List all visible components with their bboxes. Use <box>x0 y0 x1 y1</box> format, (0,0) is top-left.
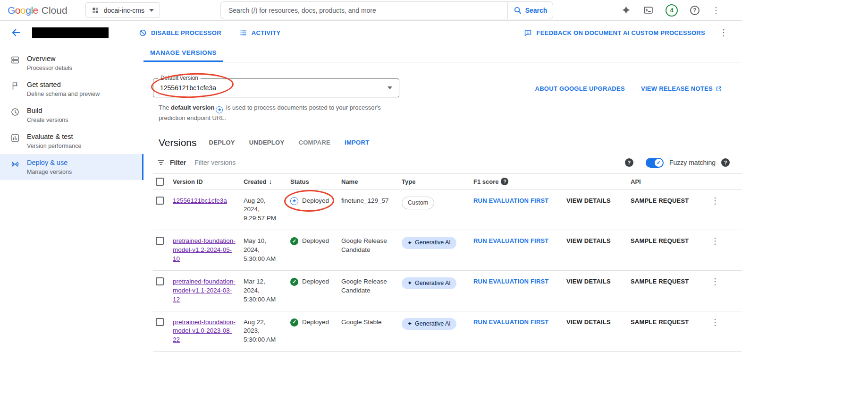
sidebar-item-subtitle: Define schema and preview <box>27 91 100 97</box>
sample-request-button[interactable]: SAMPLE REQUEST <box>631 197 689 204</box>
app-window: Google Cloud docai-inc-cms Search <box>0 0 742 413</box>
sidebar-item-title: Build <box>27 107 42 114</box>
free-trial-badge[interactable]: 4 <box>666 4 678 17</box>
sidebar-item-title: Overview <box>27 55 55 62</box>
sidebar-item-subtitle: Version performance <box>27 143 81 149</box>
run-evaluation-first-button[interactable]: RUN EVALUATION FIRST <box>473 237 549 244</box>
import-button[interactable]: IMPORT <box>345 139 369 146</box>
sidebar-item-subtitle: Create versions <box>27 117 68 123</box>
deployed-check-icon: ✓ <box>290 278 298 286</box>
default-version-help-text: The default version★ is used to process … <box>153 103 408 123</box>
filter-help-icon[interactable]: ? <box>625 158 633 167</box>
run-evaluation-first-button[interactable]: RUN EVALUATION FIRST <box>473 318 549 326</box>
column-header-created[interactable]: Created↓ <box>244 178 290 185</box>
default-version-value: 12556121bc1cfe3a <box>160 84 216 92</box>
search-button[interactable]: Search <box>507 1 553 19</box>
column-header-version-id: Version ID <box>173 178 244 185</box>
undeploy-button[interactable]: UNDEPLOY <box>249 139 285 146</box>
version-id-link[interactable]: 12556121bc1cfe3a <box>173 197 227 204</box>
content-area: MANAGE VERSIONS Default version 12556121… <box>143 44 742 413</box>
sidebar-item-overview[interactable]: OverviewProcessor details <box>0 50 143 76</box>
filter-versions-input[interactable] <box>194 159 625 166</box>
page-header-right: FEEDBACK ON DOCUMENT AI CUSTOM PROCESSOR… <box>524 28 728 37</box>
redacted-processor-name <box>32 27 109 38</box>
fuzzy-matching-toggle[interactable]: ✓ <box>646 158 664 168</box>
help-icon[interactable]: ? <box>690 6 699 15</box>
deployed-check-icon: ✓ <box>290 237 298 245</box>
fuzzy-matching-help-icon[interactable]: ? <box>721 158 730 167</box>
default-version-select[interactable]: Default version 12556121bc1cfe3a <box>153 78 399 97</box>
row-checkbox[interactable] <box>156 237 164 245</box>
sidebar-item-evaluate-test[interactable]: Evaluate & testVersion performance <box>0 128 143 154</box>
flag-icon <box>10 81 20 91</box>
view-details-button[interactable]: VIEW DETAILS <box>566 237 611 244</box>
search-input[interactable] <box>220 1 507 19</box>
row-more-icon[interactable]: ⋮ <box>711 277 719 286</box>
sample-request-button[interactable]: SAMPLE REQUEST <box>631 237 689 244</box>
row-checkbox[interactable] <box>156 318 164 326</box>
feedback-link[interactable]: FEEDBACK ON DOCUMENT AI CUSTOM PROCESSOR… <box>524 29 705 37</box>
row-checkbox[interactable] <box>156 197 164 205</box>
sample-request-button[interactable]: SAMPLE REQUEST <box>631 318 689 326</box>
deploy-button[interactable]: DEPLOY <box>209 139 235 146</box>
status-cell: ★ Deployed <box>290 197 341 206</box>
bar-chart-icon <box>10 133 20 143</box>
row-more-icon[interactable]: ⋮ <box>711 318 719 327</box>
topbar-icons: 4 ? ⋮ <box>621 4 720 17</box>
sample-request-button[interactable]: SAMPLE REQUEST <box>631 278 689 285</box>
cloud-shell-icon[interactable] <box>643 5 653 15</box>
view-details-button[interactable]: VIEW DETAILS <box>566 318 611 326</box>
default-version-star-icon: ★ <box>290 197 298 205</box>
sidebar-item-deploy-use[interactable]: Deploy & useManage versions <box>0 154 143 180</box>
version-id-link[interactable]: pretrained-foundation-model-v1.2-2024-05… <box>173 237 236 262</box>
activity-label: ACTIVITY <box>252 29 281 36</box>
more-vertical-icon[interactable]: ⋮ <box>712 6 720 15</box>
sidebar-item-get-started[interactable]: Get startedDefine schema and preview <box>0 76 143 102</box>
name-cell: finetune_129_57 <box>341 197 402 206</box>
block-icon <box>139 29 147 37</box>
name-cell: Google Release Candidate <box>341 277 402 295</box>
column-header-api: API <box>631 178 703 185</box>
version-id-link[interactable]: pretrained-foundation-model-v1.0-2023-08… <box>173 318 236 344</box>
sidebar-item-subtitle: Manage versions <box>27 169 72 175</box>
view-release-notes-link[interactable]: VIEW RELEASE NOTES <box>641 85 722 92</box>
row-more-icon[interactable]: ⋮ <box>711 237 719 245</box>
google-cloud-logo[interactable]: Google Cloud <box>8 5 67 16</box>
row-checkbox[interactable] <box>156 277 164 285</box>
page-more-icon[interactable]: ⋮ <box>719 28 728 37</box>
status-text: Deployed <box>302 197 329 206</box>
page-header: DISABLE PROCESSOR ACTIVITY FEEDBACK ON D… <box>0 21 742 44</box>
view-details-button[interactable]: VIEW DETAILS <box>566 278 611 285</box>
status-text: Deployed <box>302 318 329 327</box>
column-header-f1-score: F1 score? <box>473 178 566 185</box>
column-header-type: Type <box>402 178 473 185</box>
run-evaluation-first-button[interactable]: RUN EVALUATION FIRST <box>473 197 549 204</box>
feedback-label: FEEDBACK ON DOCUMENT AI CUSTOM PROCESSOR… <box>536 29 705 36</box>
compare-button[interactable]: COMPARE <box>298 139 330 146</box>
gemini-sparkle-icon[interactable] <box>621 5 631 15</box>
view-details-button[interactable]: VIEW DETAILS <box>566 197 611 204</box>
f1-score-help-icon[interactable]: ? <box>501 178 508 185</box>
filter-label[interactable]: Filter <box>170 159 186 166</box>
sidebar-item-build[interactable]: BuildCreate versions <box>0 102 143 128</box>
version-id-link[interactable]: pretrained-foundation-model-v1.1-2024-03… <box>173 278 236 303</box>
project-selector[interactable]: docai-inc-cms <box>85 2 160 18</box>
name-cell: Google Stable <box>341 318 402 327</box>
versions-actions: DEPLOY UNDEPLOY COMPARE IMPORT <box>209 139 370 146</box>
back-button[interactable] <box>8 24 25 41</box>
row-more-icon[interactable]: ⋮ <box>711 197 719 205</box>
about-google-upgrades-link[interactable]: ABOUT GOOGLE UPGRADES <box>535 85 624 92</box>
select-all-checkbox[interactable] <box>156 178 164 186</box>
status-cell: ✓ Deployed <box>290 237 341 246</box>
deployed-check-icon: ✓ <box>290 318 298 327</box>
run-evaluation-first-button[interactable]: RUN EVALUATION FIRST <box>473 278 549 285</box>
tab-manage-versions[interactable]: MANAGE VERSIONS <box>143 44 223 62</box>
filter-bar: Filter ? ✓ Fuzzy matching ? <box>153 158 742 174</box>
default-version-star-icon: ★ <box>216 106 223 113</box>
sidebar-item-title: Evaluate & test <box>27 133 73 140</box>
table-row: pretrained-foundation-model-v1.0-2023-08… <box>153 311 742 352</box>
project-name: docai-inc-cms <box>104 7 144 14</box>
disable-processor-button[interactable]: DISABLE PROCESSOR <box>139 29 221 37</box>
google-logo-text: Google <box>8 5 38 16</box>
activity-button[interactable]: ACTIVITY <box>239 29 281 37</box>
